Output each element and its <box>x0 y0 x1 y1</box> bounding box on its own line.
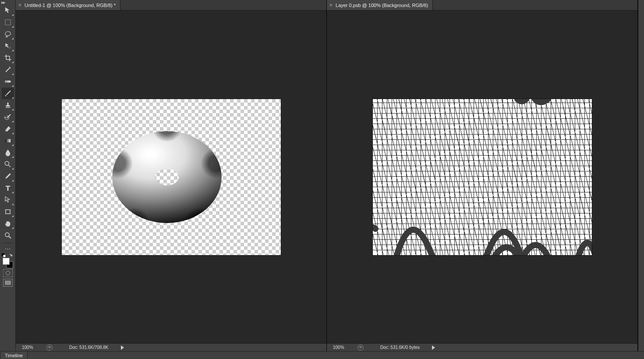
status-bar: 100% ⟳ Doc: 531.6K/0 bytes <box>327 343 637 351</box>
eyedropper-tool[interactable] <box>2 64 14 75</box>
hand-tool[interactable] <box>2 218 14 229</box>
swap-colors-icon[interactable] <box>9 253 13 258</box>
crop-tool[interactable] <box>2 52 14 64</box>
svg-point-1 <box>8 47 11 49</box>
workspace-row: ▸▸ <box>0 0 644 351</box>
doc-size-readout[interactable]: Doc: 531.6K/0 bytes <box>380 345 420 350</box>
screen-mode-toggle[interactable] <box>3 279 13 287</box>
info-icon[interactable]: ⟳ <box>46 345 53 351</box>
stamp-tool[interactable] <box>2 100 14 111</box>
history-brush-tool[interactable] <box>2 111 14 123</box>
document-panes: × Untitled-1 @ 100% (Background, RGB/8) … <box>16 0 644 351</box>
brush-tool[interactable] <box>2 88 14 99</box>
toolbar: ▸▸ <box>0 0 16 351</box>
zoom-level[interactable]: 100% <box>333 345 354 350</box>
document-pane: × Layer 0.psb @ 100% (Background, RGB/8) <box>327 0 638 351</box>
foreground-color-swatch[interactable] <box>3 258 10 265</box>
blur-tool[interactable] <box>2 147 14 158</box>
canvas-area[interactable] <box>16 11 326 343</box>
path-select-tool[interactable] <box>2 194 14 206</box>
move-tool[interactable] <box>2 5 14 16</box>
eraser-tool[interactable] <box>2 123 14 135</box>
gradient-tool[interactable] <box>2 135 14 146</box>
timeline-panel: Timeline <box>0 351 644 359</box>
right-gutter <box>638 0 644 351</box>
pen-tool[interactable] <box>2 171 14 182</box>
toolbar-expand-icon[interactable]: ▸▸ <box>0 0 15 4</box>
status-menu-icon[interactable] <box>432 345 435 350</box>
default-colors-icon[interactable] <box>2 253 6 258</box>
quick-select-tool[interactable] <box>2 40 14 52</box>
tab-title: Layer 0.psb @ 100% (Background, RGB/8) <box>336 3 428 8</box>
svg-rect-9 <box>3 255 6 257</box>
tab-title: Untitled-1 @ 100% (Background, RGB/8) * <box>25 3 116 8</box>
canvas-area[interactable] <box>327 11 637 343</box>
timeline-tab[interactable]: Timeline <box>0 352 28 359</box>
svg-rect-0 <box>5 20 11 25</box>
color-swatches[interactable] <box>2 253 14 267</box>
svg-rect-2 <box>5 81 11 83</box>
close-icon[interactable]: × <box>329 2 333 8</box>
zoom-tool[interactable] <box>2 230 14 241</box>
svg-point-7 <box>5 233 9 237</box>
edit-toolbar-icon[interactable]: ⋯ <box>2 245 14 252</box>
quick-mask-toggle[interactable] <box>3 269 13 277</box>
status-bar: 100% ⟳ Doc: 531.6K/708.8K <box>16 343 326 351</box>
separator <box>3 243 13 243</box>
document-tab[interactable]: × Layer 0.psb @ 100% (Background, RGB/8) <box>327 0 433 10</box>
type-tool[interactable] <box>2 182 14 194</box>
marquee-tool[interactable] <box>2 17 14 28</box>
status-menu-icon[interactable] <box>121 345 124 350</box>
svg-rect-6 <box>5 210 10 214</box>
timeline-label: Timeline <box>5 353 23 358</box>
rectangle-shape-tool[interactable] <box>2 206 14 217</box>
tab-bar: × Untitled-1 @ 100% (Background, RGB/8) … <box>16 0 326 11</box>
healing-brush-tool[interactable] <box>2 76 14 87</box>
close-icon[interactable]: × <box>18 2 21 8</box>
document-pane: × Untitled-1 @ 100% (Background, RGB/8) … <box>16 0 327 351</box>
svg-rect-3 <box>6 81 7 82</box>
canvas[interactable] <box>62 99 281 255</box>
zoom-level[interactable]: 100% <box>22 345 43 350</box>
info-icon[interactable]: ⟳ <box>357 345 364 351</box>
torus-artwork <box>57 99 276 255</box>
svg-rect-4 <box>5 139 11 142</box>
mesh-edges-artwork <box>373 99 592 255</box>
dodge-tool[interactable] <box>2 159 14 170</box>
lasso-tool[interactable] <box>2 28 14 40</box>
canvas[interactable] <box>373 99 592 255</box>
tab-bar: × Layer 0.psb @ 100% (Background, RGB/8) <box>327 0 637 11</box>
svg-point-5 <box>5 161 9 165</box>
document-tab[interactable]: × Untitled-1 @ 100% (Background, RGB/8) … <box>16 0 120 10</box>
doc-size-readout[interactable]: Doc: 531.6K/708.8K <box>69 345 109 350</box>
